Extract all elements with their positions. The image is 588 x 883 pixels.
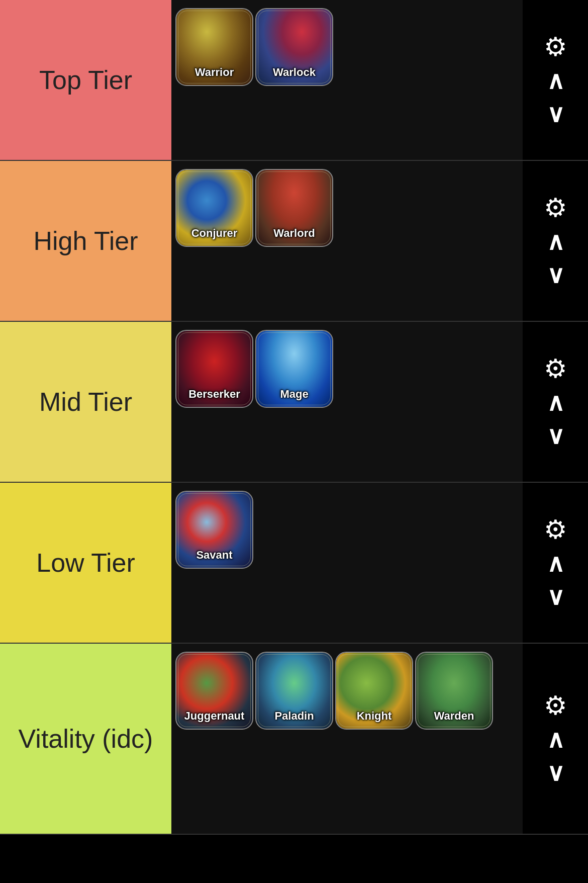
tier-items-low: Savant — [171, 483, 523, 643]
tier-items-vitality: JuggernautPaladinKnightWarden — [171, 644, 523, 834]
tier-controls-high: ⚙∧∨ — [523, 161, 588, 321]
gear-button-top[interactable]: ⚙ — [544, 34, 567, 60]
class-card-knight[interactable]: Knight — [335, 652, 413, 730]
tier-row-top: Top TierWarriorWarlock⚙∧∨ — [0, 0, 588, 161]
chevron-down-icon: ∨ — [547, 263, 564, 287]
tier-items-mid: BerserkerMage — [171, 322, 523, 482]
card-label-juggernaut: Juggernaut — [176, 710, 252, 723]
gear-button-high[interactable]: ⚙ — [544, 195, 567, 221]
class-card-juggernaut[interactable]: Juggernaut — [175, 652, 253, 730]
tier-row-high: High TierConjurerWarlord⚙∧∨ — [0, 161, 588, 322]
chevron-up-icon: ∧ — [547, 230, 564, 254]
down-button-high[interactable]: ∨ — [547, 263, 564, 287]
tier-controls-low: ⚙∧∨ — [523, 483, 588, 643]
up-button-low[interactable]: ∧ — [547, 552, 564, 576]
card-label-knight: Knight — [336, 710, 412, 723]
gear-button-low[interactable]: ⚙ — [544, 516, 567, 543]
card-label-warden: Warden — [416, 710, 492, 723]
up-button-high[interactable]: ∧ — [547, 230, 564, 254]
tier-row-mid: Mid TierBerserkerMage⚙∧∨ — [0, 322, 588, 483]
down-button-mid[interactable]: ∨ — [547, 424, 564, 448]
gear-icon: ⚙ — [544, 692, 567, 719]
tier-label-top: Top Tier — [0, 0, 171, 160]
class-card-warlord[interactable]: Warlord — [255, 169, 333, 247]
class-card-savant[interactable]: Savant — [175, 491, 253, 569]
chevron-up-icon: ∧ — [547, 552, 564, 576]
chevron-down-icon: ∨ — [547, 102, 564, 126]
gear-icon: ⚙ — [544, 516, 567, 543]
class-card-mage[interactable]: Mage — [255, 330, 333, 408]
tier-label-vitality: Vitality (idc) — [0, 644, 171, 834]
class-card-warden[interactable]: Warden — [415, 652, 493, 730]
card-label-warlord: Warlord — [256, 227, 332, 240]
card-label-warlock: Warlock — [256, 66, 332, 79]
tier-label-low: Low Tier — [0, 483, 171, 643]
class-card-paladin[interactable]: Paladin — [255, 652, 333, 730]
tier-items-high: ConjurerWarlord — [171, 161, 523, 321]
card-label-warrior: Warrior — [176, 66, 252, 79]
tier-row-vitality: Vitality (idc)JuggernautPaladinKnightWar… — [0, 644, 588, 835]
tier-items-top: WarriorWarlock — [171, 0, 523, 160]
up-button-vitality[interactable]: ∧ — [547, 728, 564, 752]
tier-controls-mid: ⚙∧∨ — [523, 322, 588, 482]
gear-icon: ⚙ — [544, 34, 567, 60]
chevron-up-icon: ∧ — [547, 728, 564, 752]
chevron-down-icon: ∨ — [547, 424, 564, 448]
card-label-mage: Mage — [256, 388, 332, 401]
gear-button-vitality[interactable]: ⚙ — [544, 692, 567, 719]
chevron-down-icon: ∨ — [547, 585, 564, 609]
down-button-top[interactable]: ∨ — [547, 102, 564, 126]
tier-controls-vitality: ⚙∧∨ — [523, 644, 588, 834]
tier-label-mid: Mid Tier — [0, 322, 171, 482]
class-card-warlock[interactable]: Warlock — [255, 8, 333, 86]
chevron-up-icon: ∧ — [547, 69, 564, 93]
tier-row-low: Low TierSavant⚙∧∨ — [0, 483, 588, 644]
class-card-conjurer[interactable]: Conjurer — [175, 169, 253, 247]
up-button-mid[interactable]: ∧ — [547, 391, 564, 415]
down-button-vitality[interactable]: ∨ — [547, 761, 564, 785]
card-label-berserker: Berserker — [176, 388, 252, 401]
tier-controls-top: ⚙∧∨ — [523, 0, 588, 160]
chevron-up-icon: ∧ — [547, 391, 564, 415]
gear-button-mid[interactable]: ⚙ — [544, 356, 567, 382]
card-label-savant: Savant — [176, 549, 252, 562]
card-label-conjurer: Conjurer — [176, 227, 252, 240]
card-label-paladin: Paladin — [256, 710, 332, 723]
up-button-top[interactable]: ∧ — [547, 69, 564, 93]
tier-label-high: High Tier — [0, 161, 171, 321]
class-card-warrior[interactable]: Warrior — [175, 8, 253, 86]
down-button-low[interactable]: ∨ — [547, 585, 564, 609]
gear-icon: ⚙ — [544, 195, 567, 221]
class-card-berserker[interactable]: Berserker — [175, 330, 253, 408]
gear-icon: ⚙ — [544, 356, 567, 382]
chevron-down-icon: ∨ — [547, 761, 564, 785]
